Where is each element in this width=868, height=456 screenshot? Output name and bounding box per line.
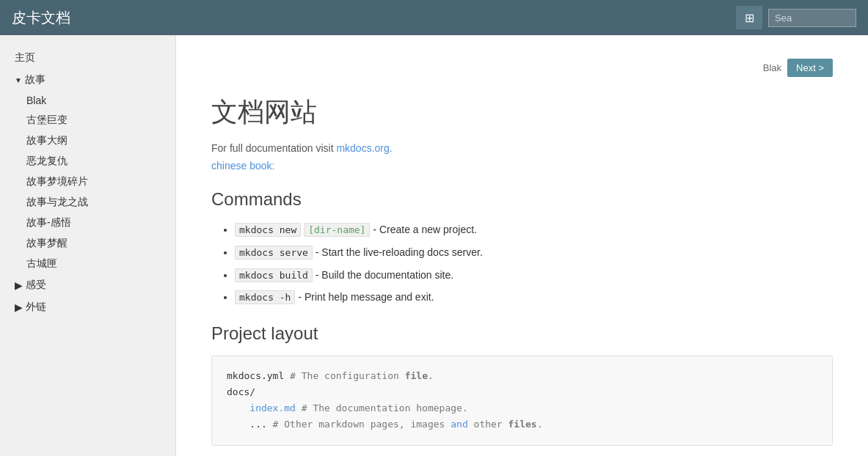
chevron-right-icon: ▶: [15, 279, 23, 291]
sidebar-item-dragon-revenge[interactable]: 恶龙复仇: [0, 151, 175, 172]
sidebar-item-dream-fragments[interactable]: 故事梦境碎片: [0, 172, 175, 192]
code-line-4: ... # Other markdown pages, images and o…: [227, 416, 817, 433]
chinese-book-link[interactable]: chinese book:: [211, 160, 833, 172]
cmd-build-desc: - Build the documentation site.: [316, 269, 453, 281]
commands-list: mkdocs new [dir-name] - Create a new pro…: [211, 221, 833, 306]
chevron-right-icon-2: ▶: [15, 301, 23, 313]
command-item-help: mkdocs -h - Print help message and exit.: [235, 289, 833, 306]
comment-1: # The configuration file.: [284, 370, 434, 381]
chevron-down-icon: ▼: [15, 76, 22, 84]
sidebar-item-story-outline[interactable]: 故事大纲: [0, 130, 175, 151]
app-header: 皮卡文档 ⊞: [0, 0, 868, 35]
top-next-button[interactable]: Next >: [787, 59, 833, 77]
command-item-build: mkdocs build - Build the documentation s…: [235, 267, 833, 284]
cmd-serve: mkdocs serve: [235, 246, 313, 260]
top-nav-bar: Blak Next >: [211, 59, 833, 77]
mkdocs-link[interactable]: mkdocs.org.: [336, 142, 392, 154]
commands-title: Commands: [211, 189, 833, 210]
top-prev-label: Blak: [763, 62, 781, 73]
page-title: 文档网站: [211, 95, 833, 130]
sidebar-links-label: 外链: [26, 301, 46, 314]
cmd-build: mkdocs build: [235, 268, 313, 282]
sidebar-section-feelings[interactable]: ▶ 感受: [0, 274, 175, 296]
app-title: 皮卡文档: [12, 8, 70, 28]
index-link: index.md: [249, 402, 296, 413]
code-line-1: mkdocs.yml # The configuration file.: [227, 368, 817, 384]
sidebar-item-blak[interactable]: Blak: [0, 91, 175, 110]
grid-view-button[interactable]: ⊞: [736, 6, 762, 29]
sidebar-stories-label: 故事: [25, 73, 45, 87]
sidebar-section-links[interactable]: ▶ 外链: [0, 296, 175, 318]
header-controls: ⊞: [736, 6, 856, 29]
code-line-3: index.md # The documentation homepage.: [227, 400, 817, 416]
cmd-serve-desc: - Start the live-reloading docs server.: [316, 246, 483, 258]
sidebar-item-story-wake[interactable]: 故事梦醒: [0, 233, 175, 254]
sidebar-feelings-label: 感受: [26, 279, 46, 292]
command-item-serve: mkdocs serve - Start the live-reloading …: [235, 244, 833, 261]
cmd-help-desc: - Print help message and exit.: [298, 291, 434, 303]
sidebar-item-dragon-war[interactable]: 故事与龙之战: [0, 192, 175, 213]
cmd-new-1: mkdocs new: [235, 223, 301, 237]
intro-text: For full documentation visit: [211, 142, 336, 154]
command-item-new: mkdocs new [dir-name] - Create a new pro…: [235, 221, 833, 238]
code-block: mkdocs.yml # The configuration file. doc…: [211, 356, 833, 445]
cmd-new-desc: - Create a new project.: [373, 224, 477, 235]
sidebar-item-old-castle[interactable]: 古城匣: [0, 254, 175, 274]
sidebar-section-stories[interactable]: ▼ 故事: [0, 69, 175, 91]
cmd-help: mkdocs -h: [235, 290, 295, 304]
cmd-new-2: [dir-name]: [304, 223, 370, 237]
sidebar-item-gubao[interactable]: 古堡巨变: [0, 110, 175, 130]
comment-3: # Other markdown pages, images and other…: [267, 419, 543, 430]
search-input[interactable]: [768, 9, 856, 27]
code-line-2: docs/: [227, 384, 817, 400]
intro-paragraph: For full documentation visit mkdocs.org.: [211, 142, 833, 154]
sidebar-item-story-reflection[interactable]: 故事-感悟: [0, 213, 175, 233]
page-layout: 主页 ▼ 故事 Blak 古堡巨变 故事大纲 恶龙复仇 故事梦境碎片 故事与龙之…: [0, 35, 868, 456]
main-content: Blak Next > 文档网站 For full documentation …: [176, 35, 868, 456]
sidebar-item-home[interactable]: 主页: [0, 47, 175, 69]
sidebar: 主页 ▼ 故事 Blak 古堡巨变 故事大纲 恶龙复仇 故事梦境碎片 故事与龙之…: [0, 35, 176, 456]
project-layout-title: Project layout: [211, 323, 833, 344]
comment-2: # The documentation homepage.: [296, 402, 468, 413]
